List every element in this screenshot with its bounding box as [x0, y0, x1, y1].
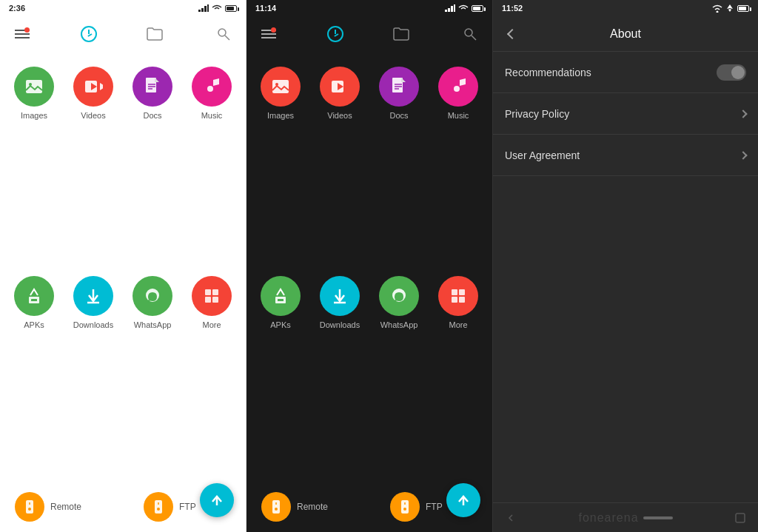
back-button[interactable]	[502, 24, 523, 44]
app-ftp-1[interactable]: FTP	[135, 488, 205, 526]
app-downloads-1[interactable]: Downloads	[65, 270, 121, 477]
panel-light: 2:36	[0, 0, 246, 532]
app-ftp-2[interactable]: FTP	[381, 488, 452, 526]
menu-button-1[interactable]	[12, 24, 33, 44]
toggle-knob	[731, 66, 745, 79]
app-grid-2: Images Videos Docs Music APKs	[246, 52, 492, 485]
battery-icon-2	[472, 5, 483, 12]
clock-icon-1[interactable]	[81, 26, 97, 42]
time-2: 11:14	[255, 4, 276, 13]
svg-point-61	[717, 11, 719, 13]
signal-icon-2	[445, 4, 455, 12]
svg-rect-21	[212, 289, 218, 295]
app-more-2[interactable]: More	[430, 270, 486, 477]
svg-rect-24	[26, 500, 33, 514]
svg-point-35	[465, 29, 472, 36]
about-settings: Recommendations Privacy Policy User Agre…	[493, 52, 758, 502]
fab-icon-2	[456, 493, 471, 508]
toolbar-1	[0, 16, 246, 52]
panel-about: 11:52 About Recommenda	[493, 0, 758, 532]
fab-icon-1	[209, 493, 224, 508]
app-apks-1[interactable]: APKs	[6, 270, 62, 477]
svg-rect-16	[31, 299, 37, 301]
svg-rect-33	[451, 6, 453, 12]
svg-rect-57	[401, 500, 409, 514]
svg-rect-34	[454, 4, 455, 12]
fab-1[interactable]	[200, 483, 234, 517]
nav-left-icon[interactable]	[505, 512, 517, 524]
watermark-text: fonearena	[578, 511, 638, 525]
svg-rect-32	[448, 8, 450, 12]
status-icons-2	[445, 4, 483, 12]
svg-rect-53	[459, 297, 465, 303]
svg-rect-22	[205, 297, 211, 303]
home-indicator[interactable]	[643, 516, 673, 519]
signal-icon-1	[198, 4, 209, 12]
svg-rect-52	[452, 297, 457, 303]
svg-rect-41	[392, 78, 403, 92]
svg-rect-27	[155, 500, 162, 514]
privacy-policy-chevron-icon	[739, 110, 747, 118]
about-header: About	[493, 16, 758, 52]
recommendations-row[interactable]: Recommendations	[493, 52, 758, 93]
svg-rect-54	[272, 500, 280, 514]
app-more-1[interactable]: More	[184, 270, 240, 477]
wifi-icon-1	[212, 4, 222, 12]
app-music-2[interactable]: Music	[430, 61, 486, 267]
svg-rect-31	[445, 10, 447, 12]
app-videos-1[interactable]: Videos	[65, 61, 121, 267]
app-images-1[interactable]: Images	[6, 61, 62, 267]
search-icon-2[interactable]	[460, 24, 480, 44]
app-downloads-2[interactable]: Downloads	[312, 270, 368, 477]
app-images-2[interactable]: Images	[252, 61, 309, 267]
svg-marker-9	[100, 83, 103, 90]
p3-bottom-nav: fonearena	[493, 502, 758, 532]
airplane-icon	[725, 4, 734, 13]
clock-icon-2[interactable]	[327, 26, 343, 42]
about-title: About	[610, 27, 641, 41]
status-bar-3: 11:52	[493, 0, 758, 16]
recommendations-label: Recommendations	[505, 67, 591, 78]
svg-rect-46	[278, 299, 284, 301]
panel-dark: 11:14	[246, 0, 493, 532]
svg-rect-50	[452, 289, 457, 295]
battery-icon-1	[225, 5, 237, 12]
svg-rect-23	[212, 297, 218, 303]
menu-button-2[interactable]	[258, 24, 279, 44]
status-bar-2: 11:14	[246, 0, 492, 16]
app-grid-1: Images Videos Docs Music APKs	[0, 52, 246, 485]
app-whatsapp-2[interactable]: WhatsApp	[371, 270, 427, 477]
svg-point-58	[403, 508, 406, 511]
folder-icon-1[interactable]	[144, 24, 165, 44]
svg-rect-20	[205, 289, 211, 295]
battery-icon-3	[737, 5, 749, 12]
back-chevron-icon	[507, 28, 517, 38]
nav-right-icon[interactable]	[734, 512, 746, 524]
watermark-area: fonearena	[578, 511, 672, 525]
toolbar-2	[246, 16, 492, 52]
app-docs-1[interactable]: Docs	[124, 61, 181, 267]
app-apks-2[interactable]: APKs	[252, 270, 309, 477]
fab-2[interactable]	[446, 483, 480, 517]
user-agreement-chevron-icon	[739, 151, 747, 159]
svg-rect-3	[207, 4, 209, 12]
time-1: 2:36	[9, 4, 25, 13]
svg-point-55	[275, 508, 278, 511]
wifi-icon-2	[458, 4, 469, 12]
app-music-1[interactable]: Music	[184, 61, 240, 267]
app-remote-1[interactable]: Remote	[6, 488, 90, 526]
user-agreement-row[interactable]: User Agreement	[493, 135, 758, 176]
folder-icon-2[interactable]	[391, 24, 412, 44]
app-whatsapp-1[interactable]: WhatsApp	[124, 270, 181, 477]
app-videos-2[interactable]: Videos	[312, 61, 368, 267]
recommendations-toggle[interactable]	[717, 64, 746, 81]
svg-line-36	[472, 36, 476, 40]
privacy-policy-row[interactable]: Privacy Policy	[493, 93, 758, 135]
search-icon-1[interactable]	[213, 24, 234, 44]
svg-rect-1	[201, 8, 204, 12]
svg-point-4	[218, 29, 226, 36]
svg-rect-0	[198, 10, 201, 12]
status-icons-3	[712, 4, 749, 13]
app-remote-2[interactable]: Remote	[252, 488, 337, 526]
app-docs-2[interactable]: Docs	[371, 61, 427, 267]
